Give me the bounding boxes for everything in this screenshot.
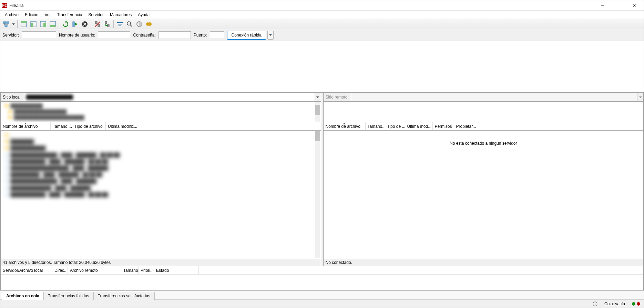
column-type[interactable]: Tipo de ...	[385, 122, 405, 130]
titlebar: Fz FileZilla	[0, 0, 644, 11]
svg-rect-18	[43, 23, 46, 27]
refresh-icon[interactable]	[61, 20, 70, 29]
quickconnect-bar: Servidor: Nombre de usuario: Contraseña:…	[0, 29, 644, 41]
svg-rect-30	[105, 21, 107, 24]
user-label: Nombre de usuario:	[59, 33, 95, 38]
remote-tree[interactable]	[323, 102, 644, 122]
column-size[interactable]: Tamaño...	[366, 122, 385, 130]
column-srv[interactable]: Servidor/Archivo local	[1, 266, 52, 274]
column-dir[interactable]: Direc...	[52, 266, 68, 274]
svg-marker-42	[639, 96, 642, 98]
svg-rect-45	[595, 304, 595, 305]
column-size[interactable]: Tamaño ...	[51, 122, 72, 130]
svg-rect-6	[3, 22, 6, 23]
svg-rect-7	[7, 22, 9, 23]
main-panes: Sitio local: Sitio remoto:	[0, 93, 644, 299]
svg-marker-23	[75, 23, 78, 25]
column-own[interactable]: Propietar...	[454, 122, 478, 130]
password-input[interactable]	[159, 31, 191, 39]
app-icon: Fz	[2, 3, 7, 8]
menu-edición[interactable]: Edición	[22, 11, 41, 18]
column-pri[interactable]: Priori...	[139, 266, 154, 274]
queue-tabs: Archivos en colaTransferencias fallidasT…	[0, 290, 644, 299]
close-button[interactable]	[626, 0, 642, 11]
local-status: 41 archivos y 5 directorios. Tamaño tota…	[0, 259, 321, 266]
column-name[interactable]: Nombre de archivo	[324, 122, 366, 130]
local-site-label: Sitio local:	[0, 93, 24, 102]
menu-marcadores[interactable]: Marcadores	[107, 11, 135, 18]
svg-rect-27	[95, 21, 97, 24]
tab-0[interactable]: Archivos en cola	[2, 292, 44, 300]
cancel-icon[interactable]	[80, 20, 89, 29]
remote-file-list[interactable]: No está conectado a ningún servidor	[323, 131, 644, 259]
tab-1[interactable]: Transferencias fallidas	[43, 292, 94, 300]
quickconnect-dropdown[interactable]	[267, 31, 274, 40]
queue-status-icon	[591, 301, 600, 306]
svg-rect-31	[108, 24, 109, 27]
column-name[interactable]: Nombre de archivo	[1, 122, 51, 130]
column-type[interactable]: Tipo de archivo	[72, 122, 106, 130]
menu-ayuda[interactable]: Ayuda	[135, 11, 153, 18]
toggle-local-tree-icon[interactable]	[29, 20, 38, 29]
queue-status-text: Cola: vacía	[602, 301, 627, 306]
search-icon[interactable]	[125, 20, 134, 29]
svg-rect-33	[118, 24, 122, 24]
quickconnect-button[interactable]: Conexión rápida	[227, 31, 266, 40]
svg-rect-28	[98, 24, 100, 27]
toolbar	[0, 19, 644, 29]
local-tree[interactable]: 📁 ███████████ 📁 ██████████████████ 📁 ███…	[0, 102, 321, 122]
column-mod[interactable]: Última mod...	[405, 122, 433, 130]
transfer-queue[interactable]: Servidor/Archivo localDirec...Archivo re…	[0, 266, 644, 290]
toggle-queue-icon[interactable]	[48, 20, 57, 29]
chevron-down-icon[interactable]	[315, 93, 321, 101]
remote-site-input	[351, 93, 637, 101]
message-log[interactable]	[0, 41, 644, 93]
username-input[interactable]	[98, 31, 130, 39]
queue-header: Servidor/Archivo localDirec...Archivo re…	[1, 266, 643, 275]
disconnect-icon[interactable]	[93, 20, 102, 29]
process-queue-icon[interactable]	[71, 20, 80, 29]
svg-point-39	[148, 22, 152, 26]
minimize-button[interactable]	[595, 0, 611, 11]
compare-icon[interactable]	[135, 20, 144, 29]
filter-icon[interactable]	[115, 20, 124, 29]
chevron-down-icon[interactable]	[637, 93, 643, 101]
svg-marker-12	[12, 23, 15, 25]
svg-rect-22	[73, 22, 74, 27]
scrollbar[interactable]	[315, 131, 320, 258]
column-rem[interactable]: Archivo remoto	[68, 266, 121, 274]
local-site-combo[interactable]	[24, 93, 321, 102]
scrollbar[interactable]	[315, 102, 320, 122]
remote-site-label: Sitio remoto:	[323, 93, 351, 102]
maximize-button[interactable]	[611, 0, 626, 11]
toggle-remote-tree-icon[interactable]	[39, 20, 48, 29]
menu-archivo[interactable]: Archivo	[2, 11, 22, 18]
site-manager-icon[interactable]	[2, 20, 11, 29]
port-input[interactable]	[210, 31, 224, 39]
remote-site-combo[interactable]	[351, 93, 644, 102]
menu-servidor[interactable]: Servidor	[85, 11, 107, 18]
remote-status: No conectado.	[323, 259, 644, 266]
app-window: Fz FileZilla ArchivoEdiciónVerTransferen…	[0, 0, 644, 308]
column-sta[interactable]: Estado	[154, 266, 199, 274]
svg-rect-32	[117, 22, 123, 23]
dropdown-icon[interactable]	[11, 21, 16, 28]
svg-marker-41	[316, 96, 319, 98]
tab-2[interactable]: Transferencias satisfactorias	[93, 292, 155, 300]
svg-rect-14	[21, 21, 27, 23]
column-siz[interactable]: Tamaño	[121, 266, 139, 274]
menu-transferencia[interactable]: Transferencia	[54, 11, 85, 18]
column-mod[interactable]: Última modific...	[106, 122, 140, 130]
svg-point-35	[127, 22, 131, 25]
toggle-log-icon[interactable]	[19, 20, 28, 29]
local-file-list[interactable]: 📁 ..📁 ████████📁 ████████████📄 ██████████…	[0, 131, 321, 259]
reconnect-icon[interactable]	[103, 20, 112, 29]
column-perm[interactable]: Permisos	[433, 122, 454, 130]
remote-empty-message: No está conectado a ningún servidor	[324, 131, 644, 156]
menu-ver[interactable]: Ver	[41, 11, 54, 18]
pass-label: Contraseña:	[133, 33, 155, 38]
sync-browse-icon[interactable]	[144, 20, 153, 29]
svg-rect-34	[119, 25, 121, 26]
server-input[interactable]	[22, 31, 56, 39]
local-site-input[interactable]	[24, 93, 315, 101]
